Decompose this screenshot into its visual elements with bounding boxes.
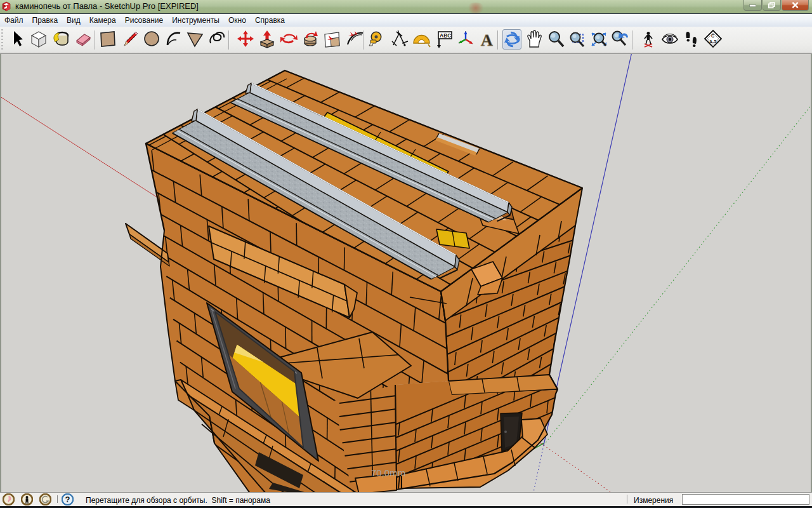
svg-text:C: C	[711, 34, 714, 38]
svg-text:A: A	[481, 31, 493, 50]
svg-text:ABC: ABC	[440, 32, 451, 39]
svg-text:A-5: A-5	[709, 39, 716, 44]
svg-text:?: ?	[65, 495, 70, 504]
svg-text:70,0mm: 70,0mm	[371, 467, 405, 478]
